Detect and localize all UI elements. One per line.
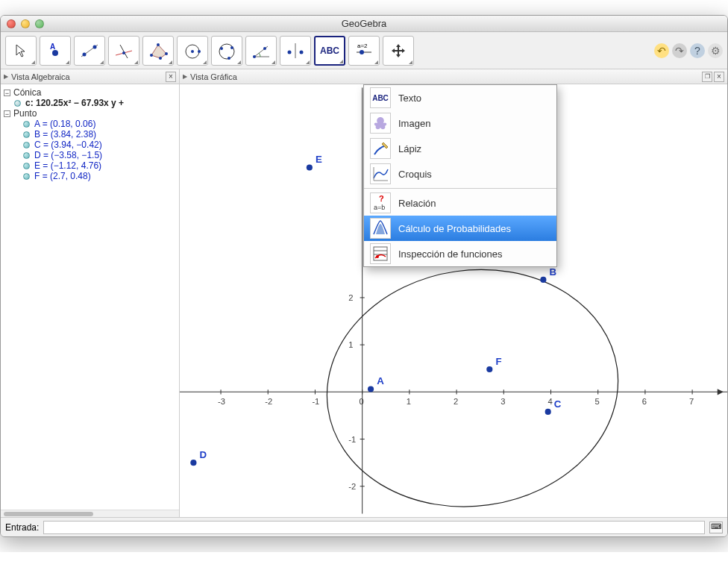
svg-text:D: D: [200, 449, 207, 460]
undo-button[interactable]: ↶: [654, 43, 669, 58]
graphics-panel-close[interactable]: ×: [714, 72, 724, 82]
graphics-panel-maximize[interactable]: ❐: [702, 72, 712, 82]
svg-point-20: [253, 55, 256, 58]
tool-reflect[interactable]: [280, 36, 311, 66]
menu-item-probability[interactable]: Cálculo de Probabilidades: [364, 216, 556, 241]
menu-item-inspect[interactable]: Inspección de funciones: [364, 241, 556, 266]
svg-point-7: [122, 51, 125, 54]
menu-item-label: Croquis: [398, 169, 432, 180]
graph-point-D[interactable]: [190, 460, 196, 466]
tree-item-point-F[interactable]: F = (2.7, 0.48): [23, 171, 176, 181]
svg-point-14: [191, 50, 194, 53]
tool-text[interactable]: ABC: [314, 36, 345, 66]
menu-item-text[interactable]: ABCTexto: [364, 85, 556, 110]
tool-ellipse[interactable]: [211, 36, 242, 66]
visibility-toggle[interactable]: [23, 131, 30, 138]
help-button[interactable]: ?: [690, 43, 705, 58]
menu-item-label: Inspección de funciones: [398, 248, 502, 260]
graph-point-C[interactable]: [545, 409, 551, 415]
svg-point-4: [93, 45, 97, 48]
minimize-window-button[interactable]: [21, 19, 30, 28]
svg-text:A: A: [50, 43, 55, 51]
menu-item-sketch[interactable]: Croquis: [364, 161, 556, 187]
svg-point-18: [230, 46, 233, 49]
graph-point-F[interactable]: [486, 366, 492, 372]
menu-item-label: Cálculo de Probabilidades: [398, 223, 511, 234]
tree-category-point[interactable]: − Punto: [4, 108, 176, 119]
input-help-button[interactable]: ⌨: [709, 522, 723, 533]
svg-point-19: [228, 57, 230, 60]
conic-formula[interactable]: c: 120.25x² − 67.93x y +: [25, 98, 124, 108]
point-label[interactable]: E = (−1.12, 4.76): [34, 160, 101, 171]
svg-text:A: A: [377, 375, 384, 386]
triangle-icon[interactable]: ▶: [4, 73, 8, 80]
tool-slider[interactable]: a=2: [348, 36, 380, 66]
tool-move[interactable]: [5, 36, 37, 66]
graph-point-A[interactable]: [368, 386, 374, 392]
visibility-toggle[interactable]: [23, 152, 30, 159]
graph-point-B[interactable]: [540, 277, 546, 283]
zoom-window-button[interactable]: [35, 19, 44, 28]
command-input[interactable]: [43, 521, 705, 534]
tree-item-point-D[interactable]: D = (−3.58, −1.5): [23, 150, 176, 160]
tree-category-conic[interactable]: − Cónica: [4, 87, 176, 98]
window-title: GeoGebra: [1, 18, 727, 29]
text-tool-dropdown: ABCTextoImagenLápizCroquis ?a=bRelaciónC…: [363, 84, 557, 267]
tree-item-point-B[interactable]: B = (3.84, 2.38): [23, 129, 176, 140]
svg-point-9: [157, 43, 160, 46]
menu-item-pencil[interactable]: Lápiz: [364, 136, 556, 161]
svg-point-11: [159, 57, 162, 60]
point-label[interactable]: D = (−3.58, −1.5): [34, 150, 102, 160]
input-label: Entrada:: [5, 522, 39, 533]
tool-line[interactable]: [74, 36, 105, 66]
algebra-scrollbar[interactable]: [1, 510, 179, 517]
svg-point-76: [376, 255, 379, 258]
svg-text:1: 1: [348, 340, 353, 349]
visibility-toggle[interactable]: [23, 163, 30, 169]
probability-icon: [370, 218, 391, 239]
close-window-button[interactable]: [7, 19, 16, 28]
svg-text:-2: -2: [265, 397, 272, 406]
svg-marker-8: [151, 45, 166, 58]
settings-button[interactable]: ⚙: [708, 43, 723, 58]
svg-text:-2: -2: [348, 482, 356, 491]
algebra-panel-close[interactable]: ×: [166, 72, 176, 82]
svg-text:C: C: [554, 398, 562, 410]
point-label[interactable]: A = (0.18, 0.06): [34, 119, 95, 129]
tool-point[interactable]: A: [40, 36, 71, 66]
point-label[interactable]: C = (3.94, −0.42): [34, 140, 102, 150]
svg-text:?: ?: [379, 194, 384, 203]
algebra-panel: ▶ Vista Algebraica × − Cónica c: 120.25x…: [1, 69, 180, 517]
sketch-icon: [370, 163, 391, 184]
menu-item-image[interactable]: Imagen: [364, 110, 556, 136]
svg-point-17: [220, 47, 223, 50]
tree-item-point-A[interactable]: A = (0.18, 0.06): [23, 119, 176, 129]
tree-item-point-E[interactable]: E = (−1.12, 4.76): [23, 160, 176, 171]
tool-polygon[interactable]: [142, 36, 174, 66]
visibility-toggle[interactable]: [23, 142, 30, 148]
tool-circle[interactable]: [177, 36, 208, 66]
collapse-icon[interactable]: −: [4, 110, 10, 117]
visibility-toggle-conic[interactable]: [14, 100, 21, 107]
triangle-icon[interactable]: ▶: [183, 73, 187, 80]
menu-item-label: Imagen: [398, 118, 430, 129]
scrollbar-thumb[interactable]: [4, 512, 93, 516]
redo-button[interactable]: ↷: [672, 43, 687, 58]
svg-text:4: 4: [547, 397, 552, 406]
graph-point-E[interactable]: [307, 164, 313, 170]
point-label[interactable]: F = (2.7, 0.48): [34, 171, 91, 181]
tool-move-view[interactable]: [383, 36, 414, 66]
collapse-icon[interactable]: −: [4, 90, 10, 96]
point-label[interactable]: B = (3.84, 2.38): [34, 129, 96, 140]
svg-point-1: [52, 50, 58, 56]
menu-item-relation[interactable]: ?a=bRelación: [364, 190, 556, 216]
tool-angle[interactable]: [245, 36, 277, 66]
tree-item-point-C[interactable]: C = (3.94, −0.42): [23, 140, 176, 150]
graphics-view[interactable]: -4-3-2-101234567-2-112ABCDEF ABCTextoIma…: [180, 84, 727, 517]
svg-text:3: 3: [501, 397, 505, 406]
visibility-toggle[interactable]: [23, 173, 30, 180]
svg-point-12: [150, 54, 153, 57]
inspect-icon: [370, 243, 391, 264]
tool-perpendicular[interactable]: [108, 36, 139, 66]
visibility-toggle[interactable]: [23, 121, 30, 128]
